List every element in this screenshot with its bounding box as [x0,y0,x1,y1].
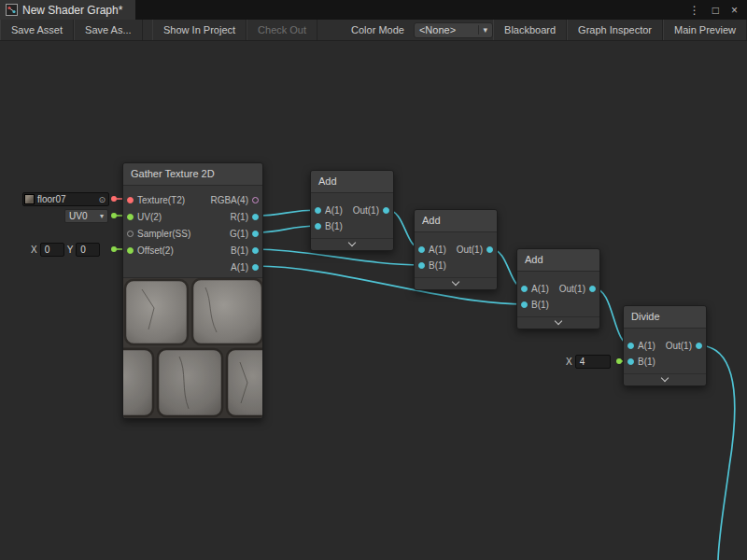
window-tab[interactable]: New Shader Graph* [0,0,135,20]
node-add-1[interactable]: Add A(1) B(1) Out(1) [310,170,394,251]
port-label: Out(1) [666,341,692,351]
port-label: Offset(2) [137,245,174,256]
port-rgba-out[interactable] [252,197,259,203]
port-out[interactable] [589,286,596,292]
port-label: A(1) [325,205,343,216]
window-titlebar: New Shader Graph* ⋮ □ × [0,0,747,20]
graph-inspector-toggle-button[interactable]: Graph Inspector [567,20,663,40]
port-r-out[interactable] [252,214,259,220]
edge-gather-r-to-add1-a[interactable] [256,210,318,216]
save-asset-button[interactable]: Save Asset [0,20,74,40]
chevron-down-icon [661,374,669,382]
chevron-down-icon [452,278,459,286]
port-out[interactable] [696,343,702,349]
window-title: New Shader Graph* [22,4,122,17]
node-gather-texture-2d[interactable]: Gather Texture 2D Texture(T2) UV(2) Samp… [122,162,263,419]
toolbar-right-group: Blackboard Graph Inspector Main Preview [493,20,747,40]
port-sampler-in[interactable] [127,231,134,237]
texture-object-field[interactable]: floor07 ⊙ [22,192,109,206]
port-label: A(1) [429,245,446,255]
collapse-toggle[interactable] [517,316,599,329]
chevron-down-icon [348,239,356,246]
color-mode-dropdown[interactable]: <None> ▾ [414,22,493,38]
node-divide[interactable]: Divide A(1) B(1) Out(1) [623,305,707,386]
port-b-in[interactable] [521,301,528,308]
dropdown-arrow-icon: ▾ [478,25,488,35]
port-label: B(1) [325,221,343,231]
shader-graph-toolbar: Save Asset Save As... Show In Project Ch… [0,20,747,41]
texture-thumbnail-icon [24,194,35,204]
color-mode-label: Color Mode [345,24,410,35]
collapse-toggle[interactable] [311,238,393,250]
port-label: RGBA(4) [210,195,248,205]
offset-x-input[interactable]: 0 [40,243,64,257]
port-offset-in[interactable] [127,247,134,254]
save-as-button[interactable]: Save As... [74,20,143,40]
offset-y-input[interactable]: 0 [76,243,100,257]
object-picker-icon[interactable]: ⊙ [98,195,108,204]
port-label: A(1) [531,284,549,294]
graph-canvas[interactable]: Gather Texture 2D Texture(T2) UV(2) Samp… [0,0,747,560]
port-label: B(1) [531,300,549,310]
node-add-2[interactable]: Add A(1) B(1) Out(1) [414,209,498,290]
port-label: A(1) [231,262,248,273]
port-label: G(1) [230,229,248,239]
port-label: B(1) [429,260,446,271]
node-title[interactable]: Add [517,249,599,272]
collapse-toggle[interactable] [415,277,497,289]
port-a-out[interactable] [252,264,259,271]
port-a-in[interactable] [315,207,321,214]
blackboard-toggle-button[interactable]: Blackboard [493,20,567,40]
offset-connector-dot[interactable] [111,246,117,252]
offset-y-label: Y [67,245,74,255]
collapse-toggle[interactable] [624,373,706,385]
port-b-in[interactable] [627,358,634,365]
close-icon[interactable]: × [731,4,738,17]
node-title[interactable]: Gather Texture 2D [123,163,262,186]
chevron-down-icon [555,317,562,325]
divide-b-connector-dot[interactable] [616,358,622,364]
port-label: Out(1) [559,284,585,294]
offset-x-label: X [31,245,37,255]
toolbar-spacer [143,20,152,40]
maximize-icon[interactable]: □ [712,4,719,17]
divide-b-label: X [566,357,572,367]
port-b-in[interactable] [418,262,425,269]
port-a-in[interactable] [418,246,425,253]
uv-channel-dropdown[interactable]: UV0 ▾ [64,209,108,223]
port-b-in[interactable] [315,223,321,230]
port-label: UV(2) [137,212,162,222]
port-out[interactable] [486,246,493,253]
edge-gather-b-to-add2-b[interactable] [256,249,422,265]
port-a-in[interactable] [627,343,634,349]
port-texture-in[interactable] [127,197,134,203]
uv-connector-dot[interactable] [111,213,117,218]
color-mode-value: <None> [419,24,456,35]
node-title[interactable]: Add [311,171,393,193]
main-preview-toggle-button[interactable]: Main Preview [663,20,747,40]
port-label: Texture(T2) [137,195,185,205]
port-a-in[interactable] [521,286,528,292]
texture-connector-dot[interactable] [111,196,117,202]
edge-gather-g-to-add1-b[interactable] [256,226,318,232]
port-label: Out(1) [353,205,379,216]
texture-name: floor07 [37,194,66,204]
divide-b-input[interactable]: 4 [575,355,611,369]
shader-graph-icon [6,4,18,16]
node-add-3[interactable]: Add A(1) B(1) Out(1) [516,248,600,329]
port-b-out[interactable] [252,247,259,254]
port-label: Out(1) [457,245,483,255]
port-out[interactable] [383,207,389,214]
port-g-out[interactable] [252,231,259,237]
show-in-project-button[interactable]: Show In Project [152,20,247,40]
edge-layer [0,0,747,560]
node-title[interactable]: Add [415,210,497,232]
uv-channel-value: UV0 [69,211,87,221]
node-preview-texture[interactable] [123,277,262,418]
offset-vector2-field: X 0 Y 0 [31,243,100,257]
more-icon[interactable]: ⋮ [689,4,700,17]
port-label: B(1) [231,245,248,256]
node-title[interactable]: Divide [624,306,706,329]
port-label: Sampler(SS) [137,229,190,239]
port-uv-in[interactable] [127,214,134,220]
